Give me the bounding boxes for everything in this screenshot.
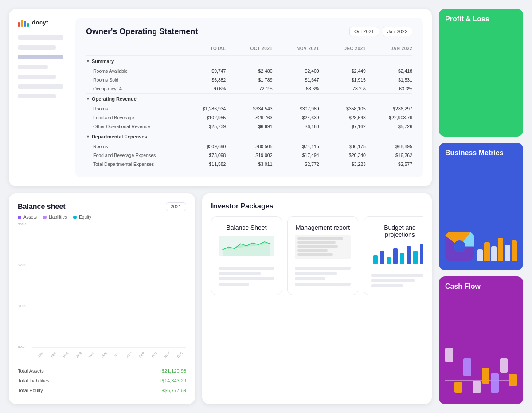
legend: Assets Liabilities Equity [18,215,186,220]
row-value: $307,989 [273,106,319,111]
row-value: $6,882 [179,77,226,83]
month-nov: NOV [162,350,172,360]
report-title: Owner's Operating Statement [86,27,198,36]
text-line [371,284,403,287]
row-value: $24,639 [273,115,319,120]
cash-flow-widget[interactable]: Cash Flow [439,276,523,404]
summary-liabilities-value: +$14,343.29 [159,378,186,383]
summary-equity-label: Total Equity [18,388,43,393]
month-feb: FEB [48,350,59,360]
row-value: $309,690 [179,144,226,149]
package-management-report[interactable]: Management report [287,216,358,295]
cash-flow-chart [445,362,517,398]
legend-assets: Assets [18,215,37,220]
col-empty [86,46,179,51]
section-arrow: ▼ [86,97,90,101]
balance-header: Balance sheet 2021 [18,202,186,211]
nav-item-2[interactable] [18,45,56,50]
date-to-btn[interactable]: Jan 2022 [383,27,412,36]
package-title: Budget and projections [371,224,423,238]
row-value: 78.2% [319,86,366,91]
row-value: $9,747 [179,68,226,74]
cf-bar [473,381,481,393]
month-dec: DEC [174,350,185,360]
col-jan: JAN 2022 [366,46,412,51]
row-value: $74,115 [273,144,319,149]
row-value: $17,494 [273,153,319,158]
text-line [219,272,261,275]
cf-bar [509,374,517,386]
text-line [295,277,325,280]
year-selector[interactable]: 2021 [166,202,186,211]
row-label: Rooms Available [86,68,179,74]
month-apr: APR [73,350,84,360]
section-revenue-header: ▼ Operating Revenue [86,93,412,104]
assets-label: Assets [23,215,37,220]
cf-bar [463,358,471,376]
month-mar: MAR [61,350,71,360]
row-value: $16,262 [366,153,412,158]
business-metrics-title: Business Metrics [445,149,517,157]
svg-rect-9 [420,244,423,264]
summary-assets-row: Total Assets +$21,120.98 [18,366,186,376]
nav-item-1[interactable] [18,35,63,40]
col-oct: OCT 2021 [226,46,272,51]
profit-loss-title: Profit & Loss [445,15,517,23]
row-value: $334,543 [226,106,272,111]
table-row: Rooms Sold $6,882 $1,789 $1,647 $1,915 $… [86,75,412,84]
date-from-btn[interactable]: Oct 2021 [349,27,379,36]
row-value: 70.6% [179,86,226,91]
business-metrics-widget[interactable]: Business Metrics [439,143,523,271]
row-label: Total Departmental Expenses [86,161,179,167]
report-card: docyt Owner's Operating Statement [9,9,432,186]
text-lines [371,274,423,287]
left-panel: docyt Owner's Operating Statement [9,9,432,404]
row-label: Rooms [86,144,179,149]
assets-dot [18,216,21,219]
package-title: Management report [295,224,351,231]
legend-liabilities: Liabilities [43,215,67,220]
cf-bar [454,382,462,393]
package-balance-sheet[interactable]: Balance Sheet [211,216,282,295]
row-value: $286,297 [366,106,412,111]
table-row: Occupancy % 70.6% 72.1% 68.6% 78.2% 63.3… [86,84,412,93]
grid-label: $10K [18,304,26,308]
section-summary-header: ▼ Summary [86,55,412,67]
package-budget-projections[interactable]: Budget and projections [364,216,423,295]
nav-item-5[interactable] [18,75,56,79]
logo-text: docyt [32,19,48,26]
line-chart-svg [219,235,274,257]
col-dec: DEC 2021 [319,46,366,51]
text-line [219,283,249,286]
business-metrics-chart [445,228,517,264]
nav-item-7[interactable] [18,94,56,98]
nav-item-6[interactable] [18,84,63,89]
table-row: Other Operational Revenue $25,739 $6,691… [86,122,412,131]
row-value: $5,726 [366,124,412,129]
report-table: Owner's Operating Statement Oct 2021 Jan… [75,18,423,177]
nav-item-3[interactable] [18,55,63,59]
section-arrow: ▼ [86,134,90,139]
bottom-row: Balance sheet 2021 Assets Liabilities Eq… [9,193,432,404]
table-row: Food and Beverage $102,955 $26,763 $24,6… [86,113,412,122]
svg-rect-3 [380,251,384,264]
row-label: Other Operational Revenue [86,124,179,129]
row-value: $2,772 [273,161,319,167]
cf-bar [445,348,453,362]
table-row: Food and Beverage Expenses $73,098 $19,0… [86,151,412,160]
metric-bar [484,242,489,261]
row-value: $102,955 [179,115,226,120]
section-summary-label: ▼ Summary [86,59,179,64]
row-label: Food and Beverage Expenses [86,153,179,158]
grid-label: $30K [18,222,26,226]
month-may: MAY [86,350,97,360]
nav-item-4[interactable] [18,65,48,69]
summary-assets-label: Total Assets [18,368,44,374]
text-lines [295,267,351,286]
table-row: Rooms $1,286,934 $334,543 $307,989 $358,… [86,104,412,113]
text-line [295,272,337,275]
svg-rect-4 [387,257,391,264]
profit-loss-widget[interactable]: Profit & Loss [439,9,523,137]
row-value: $6,160 [273,124,319,129]
equity-dot [73,216,77,219]
